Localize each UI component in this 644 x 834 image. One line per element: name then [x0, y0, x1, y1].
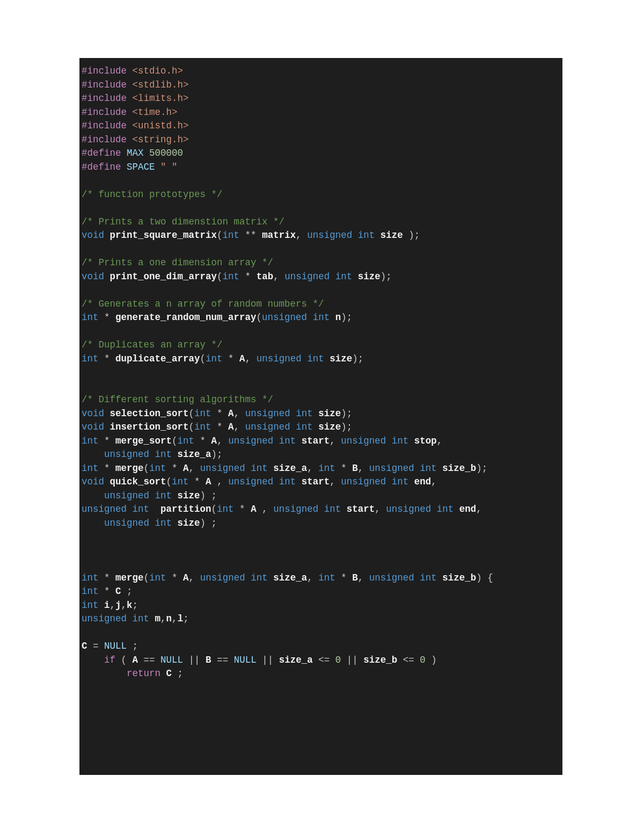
- code-token: int: [82, 463, 99, 474]
- code-token: [375, 230, 380, 241]
- code-token: [149, 490, 155, 501]
- code-block: #include <stdio.h> #include <stdlib.h> #…: [79, 58, 562, 775]
- code-token: " ": [160, 162, 178, 172]
- code-token: [330, 312, 335, 323]
- code-token: *: [223, 353, 240, 364]
- code-token: int: [133, 504, 150, 514]
- code-token: i: [104, 600, 110, 611]
- code-token: C: [115, 586, 121, 597]
- code-token: l: [178, 613, 184, 624]
- code-token: #include: [82, 134, 127, 145]
- code-token: ==: [211, 655, 234, 665]
- code-token: ,: [307, 572, 318, 583]
- code-token: );: [341, 408, 352, 419]
- code-token: merge_sort: [115, 436, 172, 446]
- code-token: A: [133, 655, 138, 665]
- code-token: n: [335, 312, 341, 323]
- code-token: unsigned: [284, 271, 330, 282]
- code-token: int: [318, 463, 335, 474]
- code-token: *: [211, 408, 229, 419]
- code-token: size_b: [363, 655, 397, 665]
- code-token: [82, 449, 104, 460]
- code-token: [149, 518, 155, 528]
- code-token: unsigned: [228, 436, 273, 446]
- code-token: (: [211, 504, 217, 514]
- code-token: (: [217, 230, 223, 241]
- code-token: size_a: [279, 655, 313, 665]
- code-token: unsigned: [200, 463, 245, 474]
- code-token: [273, 476, 279, 487]
- code-token: int: [82, 572, 99, 583]
- code-token: int: [335, 271, 353, 282]
- code-token: [408, 436, 414, 446]
- code-token: #define: [82, 148, 121, 158]
- code-token: size: [318, 408, 341, 419]
- code-token: ,: [437, 436, 443, 446]
- code-token: size_a: [178, 449, 211, 460]
- code-token: int: [420, 572, 437, 583]
- code-token: [437, 463, 443, 474]
- code-token: [245, 572, 251, 583]
- code-token: (: [217, 271, 223, 282]
- code-token: <=: [397, 655, 420, 665]
- code-token: *: [234, 504, 251, 514]
- code-token: ||: [341, 655, 363, 665]
- code-token: int: [279, 436, 296, 446]
- code-token: [127, 134, 133, 145]
- code-token: *: [239, 271, 257, 282]
- code-token: (: [144, 572, 150, 583]
- code-token: insertion_sort: [110, 422, 189, 432]
- code-token: [82, 518, 104, 528]
- code-token: int: [149, 463, 166, 474]
- code-token: (: [189, 422, 195, 432]
- code-token: unsigned: [200, 572, 245, 583]
- code-token: start: [347, 504, 375, 514]
- code-token: [155, 162, 161, 172]
- code-token: [437, 572, 443, 583]
- code-token: unsigned: [369, 463, 414, 474]
- code-token: A: [228, 422, 234, 432]
- code-token: #define: [82, 162, 121, 172]
- code-token: [290, 422, 296, 432]
- code-token: =: [87, 641, 105, 651]
- code-token: int: [206, 353, 223, 364]
- code-token: int: [194, 408, 211, 419]
- code-token: ,: [172, 613, 178, 624]
- code-token: (: [257, 312, 262, 323]
- code-token: <unistd.h>: [133, 120, 189, 131]
- code-token: (: [166, 476, 172, 487]
- code-token: [414, 572, 420, 583]
- code-token: unsigned: [104, 449, 149, 460]
- code-token: B: [352, 572, 358, 583]
- code-token: *: [99, 586, 116, 597]
- code-token: [352, 271, 358, 282]
- code-token: B: [352, 463, 358, 474]
- code-token: int: [178, 436, 195, 446]
- code-token: unsigned: [245, 408, 290, 419]
- code-token: 500000: [149, 148, 183, 158]
- code-token: ) {: [476, 572, 493, 583]
- code-token: j: [115, 600, 121, 611]
- code-token: [313, 408, 319, 419]
- code-token: int: [307, 353, 324, 364]
- code-token: <time.h>: [133, 107, 178, 118]
- code-token: *: [99, 436, 116, 446]
- code-token: ) ;: [200, 490, 217, 501]
- code-token: [172, 518, 178, 528]
- code-token: [330, 271, 335, 282]
- code-token: *: [99, 353, 116, 364]
- code-token: unsigned: [104, 518, 149, 528]
- code-token: *: [166, 463, 184, 474]
- code-token: int: [318, 572, 335, 583]
- code-token: stop: [414, 436, 437, 446]
- code-token: (: [115, 655, 133, 665]
- code-token: /* Different sorting algorithms */: [82, 394, 273, 405]
- code-token: #include: [82, 93, 127, 104]
- code-token: int: [296, 408, 313, 419]
- code-token: unsigned: [341, 436, 386, 446]
- code-token: (: [189, 408, 195, 419]
- code-token: [172, 449, 178, 460]
- code-token: int: [82, 436, 99, 446]
- code-token: [268, 572, 274, 583]
- code-token: end: [459, 504, 477, 514]
